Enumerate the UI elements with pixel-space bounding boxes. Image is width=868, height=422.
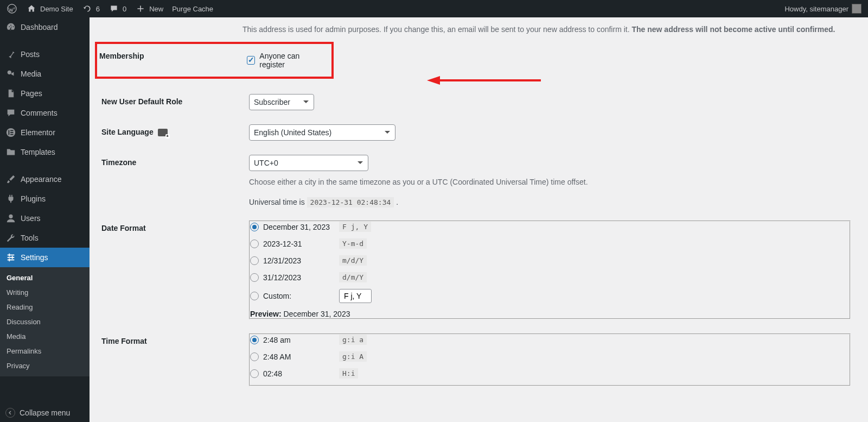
menu-label: Media	[21, 70, 41, 78]
site-language-select[interactable]: English (United States)	[249, 124, 395, 141]
membership-checkbox-label: Anyone can register	[259, 52, 324, 69]
universal-time: Universal time is 2023-12-31 02:48:34 .	[249, 198, 851, 206]
submenu-privacy[interactable]: Privacy	[0, 358, 90, 373]
menu-pages[interactable]: Pages	[0, 84, 90, 103]
date-radio-2[interactable]	[250, 240, 259, 248]
timezone-desc: Choose either a city in the same timezon…	[249, 177, 851, 188]
comments-link[interactable]: 0	[108, 3, 126, 14]
svg-rect-8	[8, 255, 15, 256]
menu-label: Templates	[21, 148, 55, 156]
menu-posts[interactable]: Posts	[0, 45, 90, 64]
menu-label: Dashboard	[21, 23, 58, 32]
plus-icon	[135, 3, 146, 14]
adminbar-comments-count: 0	[123, 5, 126, 13]
date-format-fieldset: December 31, 2023F j, Y 2023-12-31Y-m-d …	[249, 221, 851, 319]
home-icon	[26, 3, 37, 14]
menu-comments[interactable]: Comments	[0, 103, 90, 123]
svg-marker-15	[427, 76, 440, 85]
time-radio-2[interactable]	[250, 352, 259, 361]
elementor-icon	[5, 127, 16, 138]
time-option-1[interactable]: 2:48 amg:i a	[250, 335, 850, 345]
updates-link[interactable]: 6	[82, 3, 100, 14]
submenu-general[interactable]: General	[0, 270, 90, 285]
membership-highlight: Membership Anyone can register	[95, 42, 334, 79]
menu-label: Comments	[21, 109, 58, 117]
howdy-text: Howdy, sitemanager	[784, 5, 848, 13]
menu-templates[interactable]: Templates	[0, 142, 90, 162]
collapse-label: Collapse menu	[20, 408, 70, 417]
menu-dashboard[interactable]: Dashboard	[0, 17, 90, 37]
site-name-link[interactable]: Demo Site	[26, 3, 73, 14]
collapse-menu[interactable]: Collapse menu	[0, 404, 90, 422]
membership-label[interactable]: Anyone can register	[247, 52, 324, 69]
time-option-2[interactable]: 2:48 AMg:i A	[250, 351, 850, 362]
menu-settings[interactable]: Settings	[0, 248, 90, 267]
svg-rect-13	[9, 259, 10, 261]
svg-point-7	[9, 215, 12, 218]
date-custom-input[interactable]	[339, 289, 372, 303]
date-option-custom[interactable]: Custom:	[250, 289, 850, 303]
membership-heading: Membership	[99, 52, 240, 69]
menu-media[interactable]: Media	[0, 64, 90, 84]
user-icon	[5, 213, 16, 224]
default-role-select[interactable]: Subscriber	[249, 94, 314, 110]
date-radio-custom[interactable]	[250, 292, 259, 300]
menu-tools[interactable]: Tools	[0, 228, 90, 248]
menu-appearance[interactable]: Appearance	[0, 169, 90, 189]
new-link[interactable]: New	[135, 3, 163, 14]
wp-logo[interactable]	[7, 3, 17, 14]
menu-label: Plugins	[21, 194, 46, 203]
howdy-link[interactable]: Howdy, sitemanager	[784, 4, 861, 14]
update-icon	[82, 3, 93, 14]
menu-label: Tools	[21, 234, 39, 242]
annotation-arrow	[427, 74, 546, 87]
brush-icon	[5, 174, 16, 185]
purge-label: Purge Cache	[172, 5, 213, 13]
purge-cache-link[interactable]: Purge Cache	[172, 5, 213, 13]
svg-rect-10	[8, 260, 15, 261]
submenu-permalinks[interactable]: Permalinks	[0, 344, 90, 358]
svg-rect-9	[8, 257, 15, 258]
timezone-select[interactable]: UTC+0	[249, 155, 368, 171]
translate-icon	[158, 129, 168, 136]
wordpress-icon	[7, 3, 17, 14]
new-label: New	[149, 5, 163, 13]
default-role-heading: New User Default Role	[101, 87, 242, 117]
date-preview: Preview: December 31, 2023	[250, 310, 850, 318]
svg-rect-3	[9, 130, 10, 135]
admin-email-desc: This address is used for admin purposes.…	[100, 24, 857, 40]
time-format-heading: Time Format	[101, 327, 242, 393]
submenu-writing[interactable]: Writing	[0, 285, 90, 300]
date-radio-3[interactable]	[250, 256, 259, 265]
date-radio-4[interactable]	[250, 273, 259, 282]
pin-icon	[5, 49, 16, 60]
settings-submenu: General Writing Reading Discussion Media…	[0, 267, 90, 376]
dashboard-icon	[5, 22, 16, 33]
sliders-icon	[5, 252, 16, 263]
menu-label: Users	[21, 214, 41, 223]
time-option-3[interactable]: 02:48H:i	[250, 368, 850, 379]
membership-checkbox[interactable]	[247, 56, 255, 65]
plug-icon	[5, 193, 16, 204]
timezone-heading: Timezone	[101, 148, 242, 213]
site-language-heading: Site Language	[101, 118, 242, 147]
date-option-2[interactable]: 2023-12-31Y-m-d	[250, 238, 850, 249]
svg-rect-12	[12, 256, 13, 259]
comment-icon	[108, 3, 119, 14]
submenu-discussion[interactable]: Discussion	[0, 314, 90, 329]
admin-sidebar: Dashboard Posts Media Pages Comments Ele…	[0, 17, 90, 422]
menu-plugins[interactable]: Plugins	[0, 189, 90, 209]
menu-elementor[interactable]: Elementor	[0, 123, 90, 142]
date-option-4[interactable]: 31/12/2023d/m/Y	[250, 272, 850, 282]
svg-rect-6	[10, 134, 13, 135]
date-option-3[interactable]: 12/31/2023m/d/Y	[250, 255, 850, 266]
date-radio-1[interactable]	[250, 223, 259, 231]
time-radio-3[interactable]	[250, 369, 259, 378]
time-radio-1[interactable]	[250, 336, 259, 344]
collapse-icon	[5, 408, 15, 418]
menu-users[interactable]: Users	[0, 209, 90, 228]
submenu-media[interactable]: Media	[0, 329, 90, 344]
menu-label: Settings	[21, 253, 48, 262]
date-option-1[interactable]: December 31, 2023F j, Y	[250, 222, 850, 232]
submenu-reading[interactable]: Reading	[0, 300, 90, 314]
